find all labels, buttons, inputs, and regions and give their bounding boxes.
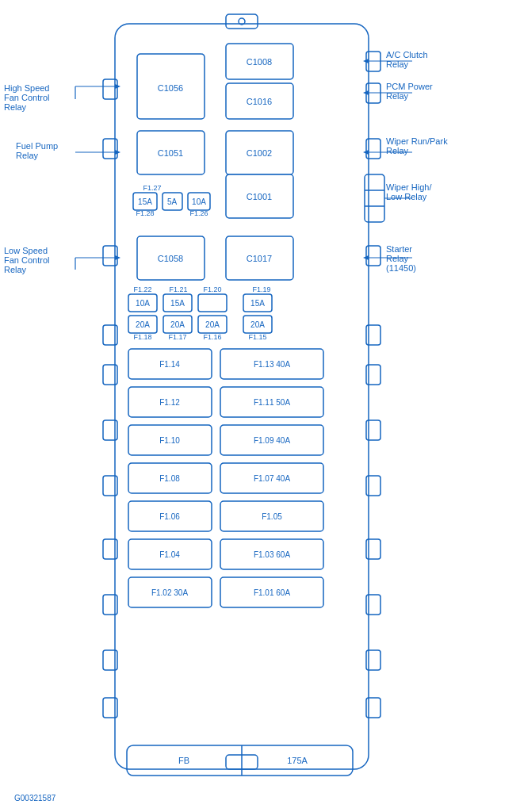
svg-text:20A: 20A	[170, 320, 185, 329]
starter-relay-label2: Relay	[386, 254, 409, 263]
wiper-high-low-label2: Low Relay	[386, 192, 427, 201]
svg-text:F1.18: F1.18	[133, 333, 151, 341]
low-speed-fan-label2: Fan Control	[4, 255, 49, 265]
starter-relay-label3: (11450)	[386, 263, 416, 273]
starter-relay-label: Starter	[386, 244, 412, 254]
svg-text:F1.20: F1.20	[203, 285, 221, 293]
svg-text:15A: 15A	[170, 299, 185, 308]
svg-text:15A: 15A	[138, 197, 152, 206]
svg-rect-63	[198, 294, 227, 312]
svg-text:C1001: C1001	[247, 192, 272, 201]
wiper-run-park-label2: Relay	[386, 146, 409, 155]
svg-text:F1.11 50A: F1.11 50A	[254, 398, 290, 407]
svg-text:C1051: C1051	[158, 148, 183, 158]
svg-text:F1.14: F1.14	[159, 360, 180, 369]
svg-text:F1.04: F1.04	[159, 550, 180, 559]
svg-text:F1.02 30A: F1.02 30A	[151, 588, 188, 597]
part-number: G00321587	[14, 794, 56, 802]
svg-text:FB: FB	[178, 756, 189, 765]
svg-text:20A: 20A	[136, 320, 150, 329]
svg-text:F1.07 40A: F1.07 40A	[254, 474, 290, 483]
svg-text:C1008: C1008	[247, 57, 272, 67]
high-speed-fan-label3: Relay	[4, 102, 27, 112]
svg-text:15A: 15A	[250, 299, 265, 308]
svg-text:F1.05: F1.05	[262, 512, 282, 521]
svg-text:F1.17: F1.17	[168, 333, 186, 341]
low-speed-fan-label3: Relay	[4, 265, 27, 274]
low-speed-fan-label: Low Speed	[4, 246, 48, 255]
svg-text:F1.08: F1.08	[159, 474, 180, 483]
svg-text:F1.10: F1.10	[159, 436, 180, 445]
pcm-power-label2: Relay	[386, 91, 409, 101]
ac-clutch-label2: Relay	[386, 59, 409, 69]
svg-text:F1.19: F1.19	[252, 285, 270, 293]
high-speed-fan-label2: Fan Control	[4, 93, 49, 102]
svg-text:F1.13 40A: F1.13 40A	[254, 360, 290, 369]
svg-rect-27	[365, 174, 384, 222]
svg-text:C1016: C1016	[247, 97, 272, 106]
svg-text:F1.06: F1.06	[159, 512, 180, 521]
svg-text:F1.12: F1.12	[159, 398, 180, 407]
svg-text:175A: 175A	[287, 756, 308, 765]
svg-text:5A: 5A	[167, 197, 178, 206]
svg-text:C1002: C1002	[247, 148, 272, 158]
svg-text:C1056: C1056	[158, 83, 183, 93]
fuel-pump-label: Fuel Pump	[16, 141, 58, 151]
svg-text:F1.16: F1.16	[203, 333, 221, 341]
svg-text:F1.22: F1.22	[133, 285, 151, 293]
svg-text:10A: 10A	[192, 197, 206, 206]
high-speed-fan-label: High Speed	[4, 83, 50, 93]
svg-text:F1.27: F1.27	[143, 184, 161, 192]
ac-clutch-label: A/C Clutch	[386, 50, 428, 59]
svg-rect-1	[226, 14, 258, 29]
svg-text:10A: 10A	[136, 299, 150, 308]
pcm-power-label: PCM Power	[386, 82, 433, 91]
svg-text:F1.21: F1.21	[169, 285, 187, 293]
svg-text:F1.28: F1.28	[136, 209, 154, 217]
wiper-run-park-label: Wiper Run/Park	[386, 136, 448, 146]
svg-text:C1017: C1017	[247, 254, 272, 263]
svg-rect-106	[127, 745, 353, 776]
fuse-box-diagram: .blue-text { fill: #1565C0; font-family:…	[0, 0, 520, 812]
svg-text:F1.15: F1.15	[248, 333, 266, 341]
svg-text:20A: 20A	[250, 320, 265, 329]
svg-text:F1.26: F1.26	[189, 209, 208, 217]
svg-text:F1.01 60A: F1.01 60A	[254, 588, 290, 597]
svg-text:C1058: C1058	[158, 254, 183, 263]
svg-text:20A: 20A	[205, 320, 220, 329]
fuel-pump-label2: Relay	[16, 151, 39, 160]
wiper-high-low-label: Wiper High/	[386, 182, 432, 192]
svg-text:F1.03 60A: F1.03 60A	[254, 550, 290, 559]
svg-text:F1.09 40A: F1.09 40A	[254, 436, 290, 445]
